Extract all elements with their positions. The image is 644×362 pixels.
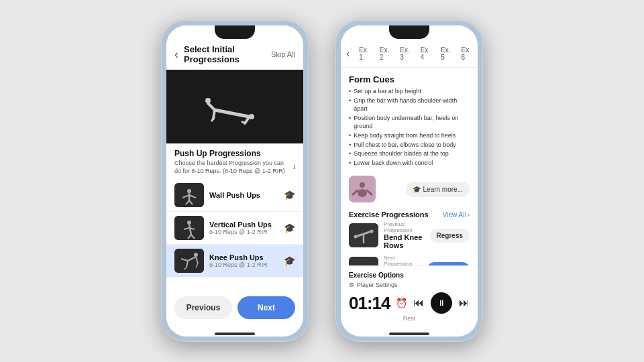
svg-point-38 bbox=[370, 230, 374, 233]
tab-ex2[interactable]: Ex. 2 bbox=[376, 44, 393, 63]
rest-label: Rest bbox=[349, 315, 470, 322]
pause-button[interactable]: ⏸ bbox=[431, 292, 452, 314]
notch-1 bbox=[215, 25, 255, 39]
chevron-icon: › bbox=[468, 211, 470, 219]
tab-ex5[interactable]: Ex. 5 bbox=[437, 44, 454, 63]
cue-2: Grip the bar with hands shoulder-width a… bbox=[349, 97, 470, 113]
progressions-label: Exercise Progressions bbox=[349, 210, 429, 219]
graduation-icon-1: 🎓 bbox=[284, 190, 295, 200]
next-prog-label: Next Progression bbox=[384, 255, 422, 265]
phone2-footer: Exercise Options ⚙ Player Settings 01:14… bbox=[341, 265, 478, 330]
cue-3: Position body underneath bar, heels on g… bbox=[349, 114, 470, 131]
phone-2: ‹ Ex. 1 Ex. 2 Ex. 3 Ex. 4 Ex. 5 Ex. 6 Ex… bbox=[335, 20, 483, 342]
player-settings-label: Player Settings bbox=[357, 282, 398, 288]
regress-button[interactable]: Regress bbox=[430, 229, 470, 243]
learn-more-row: 🎓 Learn more... bbox=[349, 176, 470, 202]
next-button[interactable]: Next bbox=[237, 296, 295, 319]
cue-7: Lower back down with control bbox=[349, 159, 470, 168]
home-indicator-1 bbox=[215, 333, 255, 335]
form-cues-section: Form Cues Set up a bar at hip height Gri… bbox=[349, 74, 470, 168]
svg-line-4 bbox=[241, 121, 245, 123]
svg-line-5 bbox=[213, 110, 215, 119]
exercise-progressions-section: Exercise Progressions View All › bbox=[349, 208, 470, 265]
next-prog-info: Next Progression Decline Rows bbox=[384, 255, 422, 265]
exercise-thumb-small bbox=[349, 176, 376, 202]
tab-back-button[interactable]: ‹ bbox=[346, 48, 350, 60]
previous-progression-card: Previous Progression Bend Knee Rows Regr… bbox=[349, 219, 470, 252]
notch-2 bbox=[389, 25, 429, 39]
previous-button[interactable]: Previous bbox=[174, 296, 232, 319]
svg-point-16 bbox=[187, 221, 191, 225]
thumb-1 bbox=[174, 183, 204, 207]
next-progression-card: Next Progression Decline Rows Progress bbox=[349, 252, 470, 265]
svg-point-23 bbox=[194, 253, 198, 257]
learn-more-icon: 🎓 bbox=[413, 186, 421, 193]
player-settings-icon: ⚙ bbox=[349, 282, 354, 288]
prog-reps-2: 6-10 Reps @ 1-2 RIR bbox=[209, 229, 278, 235]
svg-rect-40 bbox=[349, 257, 378, 265]
form-cues-title: Form Cues bbox=[349, 74, 470, 84]
progression-list: Wall Push Ups 🎓 bbox=[166, 179, 303, 291]
prev-prog-name: Bend Knee Rows bbox=[384, 233, 425, 249]
svg-point-7 bbox=[205, 98, 211, 103]
prev-prog-info: Previous Progression Bend Knee Rows bbox=[384, 221, 425, 249]
home-indicator-2 bbox=[389, 333, 429, 335]
info-icon: ℹ bbox=[293, 164, 295, 172]
view-all-button[interactable]: View All › bbox=[443, 211, 470, 219]
thumb-3 bbox=[174, 249, 204, 273]
progression-item-1[interactable]: Wall Push Ups 🎓 bbox=[166, 179, 303, 212]
tab-ex4[interactable]: Ex. 4 bbox=[417, 44, 434, 63]
skip-forward-button[interactable]: ⏭ bbox=[459, 297, 470, 309]
cue-list: Set up a bar at hip height Grip the bar … bbox=[349, 87, 470, 167]
hero-image bbox=[166, 70, 303, 143]
player-controls: ⏮ ⏸ ⏭ bbox=[413, 292, 470, 314]
prog-info-3: Knee Push Ups 6-10 Reps @ 1-2 RIR bbox=[209, 253, 278, 268]
svg-point-37 bbox=[354, 235, 358, 239]
prog-info-1: Wall Push Ups bbox=[209, 191, 278, 199]
phone2-content: Form Cues Set up a bar at hip height Gri… bbox=[341, 68, 478, 265]
prev-prog-thumb bbox=[349, 223, 378, 247]
svg-line-2 bbox=[208, 103, 215, 110]
cue-1: Set up a bar at hip height bbox=[349, 87, 470, 96]
tab-ex3[interactable]: Ex. 3 bbox=[396, 44, 413, 63]
player-settings[interactable]: ⚙ Player Settings bbox=[349, 282, 470, 288]
next-prog-thumb bbox=[349, 257, 378, 265]
cue-4: Keep body straight from head to heels bbox=[349, 131, 470, 140]
back-button[interactable]: ‹ bbox=[174, 48, 178, 62]
svg-line-1 bbox=[215, 110, 249, 117]
timer-row: 01:14 ⏰ ⏮ ⏸ ⏭ bbox=[349, 292, 470, 314]
graduation-icon-2: 🎓 bbox=[284, 223, 295, 233]
progressions-section-header: Exercise Progressions View All › bbox=[349, 210, 470, 219]
cue-6: Squeeze shoulder blades at the top bbox=[349, 149, 470, 158]
phone-1: ‹ Select Initial Progressions Skip All bbox=[161, 20, 309, 342]
prev-prog-label: Previous Progression bbox=[384, 221, 425, 233]
skip-back-button[interactable]: ⏮ bbox=[413, 297, 424, 309]
progression-item-2[interactable]: Vertical Push Ups 6-10 Reps @ 1-2 RIR 🎓 bbox=[166, 212, 303, 245]
prog-name-3: Knee Push Ups bbox=[209, 253, 278, 261]
cue-5: Pull chest to bar, elbows close to body bbox=[349, 141, 470, 149]
prog-name-1: Wall Push Ups bbox=[209, 191, 278, 199]
alarm-icon[interactable]: ⏰ bbox=[396, 298, 407, 308]
timer-display: 01:14 bbox=[349, 294, 390, 312]
svg-line-3 bbox=[245, 117, 249, 123]
graduation-icon-3: 🎓 bbox=[284, 255, 295, 266]
svg-point-31 bbox=[360, 182, 365, 188]
phone1-footer: Previous Next bbox=[166, 291, 303, 330]
exercise-options-label: Exercise Options bbox=[349, 272, 470, 279]
svg-point-32 bbox=[358, 189, 367, 197]
learn-more-label: Learn more... bbox=[423, 186, 463, 193]
prog-name-2: Vertical Push Ups bbox=[209, 221, 278, 229]
svg-line-6 bbox=[211, 119, 213, 121]
section-title: Push Up Progressions bbox=[166, 143, 303, 160]
tab-ex1[interactable]: Ex. 1 bbox=[355, 44, 372, 63]
learn-more-button[interactable]: 🎓 Learn more... bbox=[406, 182, 470, 197]
prog-reps-3: 6-10 Reps @ 1-2 RIR bbox=[209, 261, 278, 268]
svg-point-9 bbox=[187, 189, 191, 193]
prog-info-2: Vertical Push Ups 6-10 Reps @ 1-2 RIR bbox=[209, 221, 278, 235]
section-subtitle: Choose the hardest Progression you can d… bbox=[166, 160, 303, 179]
page-title: Select Initial Progressions bbox=[184, 44, 271, 64]
skip-all-button[interactable]: Skip All bbox=[271, 50, 295, 58]
tab-ex6[interactable]: Ex. 6 bbox=[458, 44, 475, 63]
progression-item-3[interactable]: Knee Push Ups 6-10 Reps @ 1-2 RIR 🎓 bbox=[166, 245, 303, 278]
thumb-2 bbox=[174, 216, 204, 240]
